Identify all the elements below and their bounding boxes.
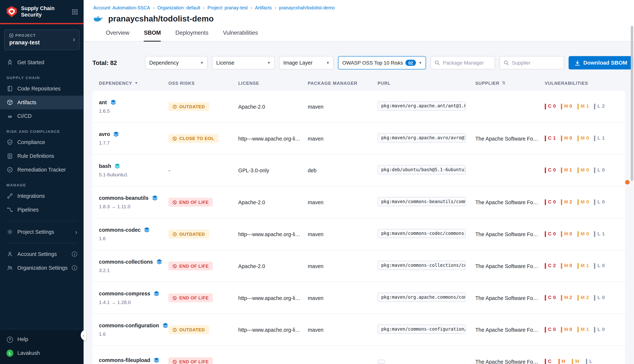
dependency-name[interactable]: commons-configuration — [99, 322, 159, 328]
vulnerability-counts[interactable]: C0 H0 M1 L0 — [545, 327, 625, 332]
tab-overview[interactable]: Overview — [106, 30, 129, 41]
app-title: Supply Chain Security — [21, 5, 60, 18]
col-purl: PURL — [378, 80, 475, 85]
tab-deployments[interactable]: Deployments — [176, 30, 209, 41]
dependency-name[interactable]: commons-beanutils — [99, 195, 149, 201]
vulnerability-counts[interactable]: C0 H0 M1 L2 — [545, 104, 625, 109]
license-filter-select[interactable]: License ▾ — [212, 56, 274, 70]
table-row[interactable]: bash 5.1-6ubuntu1 - GPL-3.0-only deb pkg… — [93, 155, 625, 186]
filter-count-badge: 02 — [405, 60, 416, 66]
sidebar-item-rule-definitions[interactable]: Rule Definitions — [0, 149, 84, 163]
purl-code[interactable]: pkg:maven/commons-beanutils/comm… — [378, 197, 466, 206]
table-row[interactable]: commons-codec 1.6 OUTDATED http---www.ap… — [93, 218, 625, 250]
sidebar-item-pipelines[interactable]: Pipelines — [0, 203, 84, 217]
clock-icon — [172, 232, 177, 236]
purl-code[interactable] — [378, 360, 385, 364]
sidebar-item-cicd[interactable]: ∞ CI/CD — [0, 109, 84, 123]
sidebar-item-integrations[interactable]: Integrations — [0, 189, 84, 203]
table-row[interactable]: commons-fileupload END OF LIFE The Apach… — [93, 346, 625, 364]
purl-code[interactable]: pkg:maven/org.apache.commons/com… — [378, 292, 466, 302]
sidebar-item-get-started[interactable]: Get Started — [0, 56, 84, 69]
critical-count: C — [545, 359, 553, 364]
table-row[interactable]: commons-compress 1.4.1 → 1.28.0 END OF L… — [93, 282, 625, 314]
download-sbom-button[interactable]: Download SBOM — [568, 56, 633, 70]
vulnerability-counts[interactable]: C0 H2 M2 L0 — [545, 295, 625, 300]
table-row[interactable]: commons-collections 3.2.1 END OF LIFE Ap… — [93, 250, 625, 282]
ban-icon — [172, 296, 177, 300]
dependency-name[interactable]: bash — [99, 163, 111, 169]
sidebar-nav: Get Started SUPPLY CHAIN Code Repositori… — [0, 56, 84, 329]
project-selector[interactable]: PROJECT pranay-test › — [4, 29, 80, 50]
purl-code[interactable]: pkg:maven/org.apache.ant/ant@1.6… — [378, 101, 466, 110]
user-menu[interactable]: L Lavakush — [0, 346, 84, 360]
vulnerability-counts[interactable]: C0 H0 M0 L1 — [545, 231, 625, 237]
table-row[interactable]: commons-configuration 1.6 OUTDATED http-… — [93, 314, 625, 346]
high-count: H0 — [561, 231, 572, 237]
sidebar-item-help[interactable]: ? Help — [0, 333, 84, 346]
col-oss-risks: OSS RISKS — [168, 80, 238, 85]
dependency-name[interactable]: commons-collections — [99, 259, 153, 265]
supplier-value: The Apache Software Foun… — [475, 359, 545, 364]
module-grid-icon[interactable] — [72, 9, 78, 15]
dependency-name[interactable]: commons-compress — [99, 290, 150, 297]
breadcrumb-artifacts[interactable]: Artifacts — [255, 5, 272, 10]
dependency-version: 5.1-6ubuntu1 — [99, 172, 168, 178]
dependency-name[interactable]: commons-codec — [99, 227, 141, 233]
package-manager-value: maven — [308, 231, 378, 237]
vulnerability-counts[interactable]: C1 H0 M0 L1 — [545, 136, 625, 141]
supplier-value: The Apache Software Foun… — [475, 136, 545, 142]
purl-code[interactable]: pkg:maven/org.apache.avro/avro@1… — [378, 133, 466, 142]
col-supplier[interactable]: SUPPLIER⇅ — [475, 80, 545, 86]
sidebar-item-artifacts[interactable]: Artifacts — [0, 96, 84, 109]
dependency-name[interactable]: ant — [99, 99, 107, 105]
dependency-name[interactable]: avro — [99, 131, 110, 137]
clock-icon — [172, 104, 177, 109]
col-dependency[interactable]: DEPENDENCY▼ — [99, 80, 168, 85]
breadcrumb-organization[interactable]: Organization: default — [157, 5, 200, 10]
breadcrumb-project[interactable]: Project: pranay-test — [207, 5, 248, 10]
purl-code[interactable]: pkg:maven/commons-codec/commons-… — [378, 228, 466, 238]
breadcrumb-current[interactable]: pranaycshah/todolist-demo — [279, 5, 335, 10]
table-row[interactable]: avro 1.7.7 CLOSE TO EOL http---www.apach… — [93, 123, 625, 155]
sidebar-item-account-settings[interactable]: Account Settings i — [0, 247, 84, 261]
vertical-scrollbar-thumb[interactable] — [631, 26, 633, 181]
purl-code[interactable]: pkg:maven/commons-configuration/… — [378, 324, 466, 334]
layers-icon — [113, 131, 119, 137]
dependency-filter-select[interactable]: Dependency ▾ — [145, 56, 207, 70]
sidebar-item-label: Organization Settings — [18, 264, 68, 272]
owasp-filter-select[interactable]: OWASP OSS Top 10 Risks 02 ▾ — [338, 56, 426, 70]
sidebar-item-remediation-tracker[interactable]: Remediation Tracker — [0, 163, 84, 177]
image-layer-filter-select[interactable]: Image Layer ▾ — [279, 56, 333, 70]
critical-count: C2 — [545, 263, 556, 268]
dependency-name[interactable]: commons-fileupload — [99, 357, 150, 363]
sort-desc-icon: ▼ — [135, 81, 138, 85]
package-manager-value: maven — [308, 263, 378, 269]
breadcrumb-separator: › — [203, 5, 205, 10]
package-manager-search-input[interactable] — [442, 60, 491, 66]
license-value: Apache-2.0 — [238, 263, 308, 269]
rocket-icon — [7, 59, 13, 65]
vulnerability-counts[interactable]: C2 H0 M1 L0 — [545, 263, 625, 268]
vulnerability-counts[interactable]: C0 H1 M0 L0 — [545, 168, 625, 173]
info-icon: i — [72, 252, 77, 257]
sidebar-item-compliance[interactable]: Compliance — [0, 136, 84, 149]
breadcrumb-account[interactable]: Account: Automation-SSCA — [93, 5, 150, 10]
tab-sbom[interactable]: SBOM — [144, 30, 161, 42]
sidebar-item-label: Project Settings — [18, 228, 54, 236]
sidebar-item-organization-settings[interactable]: Organization Settings i — [0, 261, 84, 275]
sidebar-divider — [7, 243, 77, 243]
purl-code[interactable]: pkg:deb/ubuntu/bash@5.1-6ubuntu1 — [378, 165, 466, 174]
license-value: http---www.apache.org-lice… — [238, 231, 308, 237]
package-manager-value: maven — [308, 199, 378, 205]
download-label: Download SBOM — [583, 60, 627, 66]
table-row[interactable]: commons-beanutils 1.8.3 → 1.11.0 END OF … — [93, 186, 625, 218]
sidebar-item-code-repositories[interactable]: Code Repositories — [0, 82, 84, 96]
supplier-search-input[interactable] — [511, 60, 560, 66]
table-row[interactable]: ant 1.6.5 OUTDATED Apache-2.0 maven pkg:… — [93, 91, 625, 123]
oss-risk-none: - — [168, 168, 170, 174]
purl-code[interactable]: pkg:maven/commons-collections/co… — [378, 260, 466, 270]
vulnerability-counts[interactable]: C H M L — [545, 359, 625, 364]
tab-vulnerabilities[interactable]: Vulnerabilities — [223, 30, 258, 41]
vulnerability-counts[interactable]: C0 H2 M0 L0 — [545, 200, 625, 205]
sidebar-item-project-settings[interactable]: Project Settings › — [0, 225, 84, 239]
